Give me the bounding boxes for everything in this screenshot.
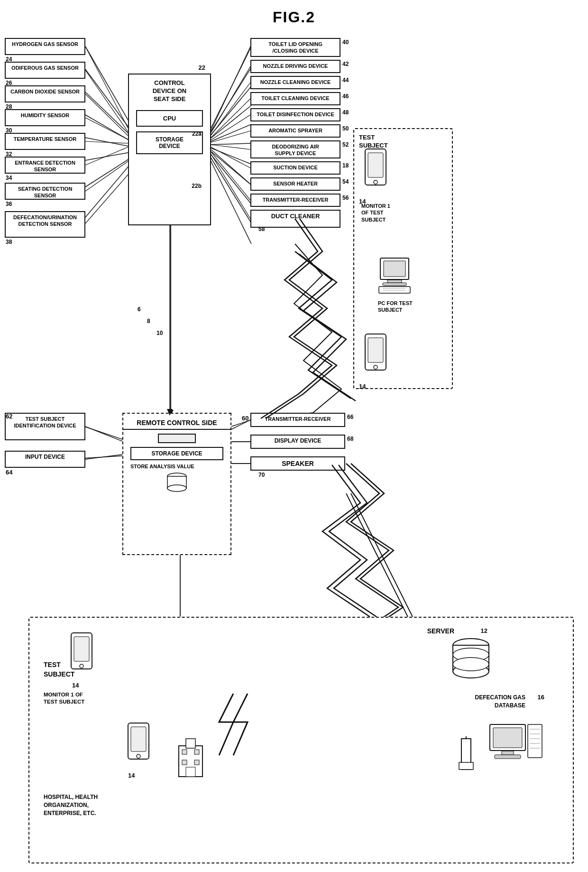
store-analysis-label: STORE ANALYSIS VALUE [130, 463, 223, 470]
label-42: 42 [342, 61, 349, 67]
label-50: 50 [342, 125, 349, 132]
label-38: 38 [6, 239, 12, 245]
svg-rect-37 [379, 287, 410, 293]
svg-rect-50 [131, 727, 146, 751]
svg-line-2 [85, 92, 133, 138]
device-toilet-cleaning: TOILET CLEANING DEVICE [250, 92, 340, 105]
svg-line-90 [211, 131, 250, 142]
svg-rect-47 [74, 637, 89, 661]
monitor-bottom-label: MONITOR 1 OFTEST SUBJECT [44, 691, 84, 705]
phone-icon-bottom-1 [67, 632, 96, 679]
control-device-label: CONTROLDEVICE ONSEAT SIDE [129, 74, 210, 106]
label-34: 34 [6, 175, 12, 181]
sensor-odiferous: ODIFEROUS GAS SENSOR [5, 62, 85, 79]
label-8: 8 [147, 318, 150, 325]
phone-icon-upper-1 [361, 148, 390, 195]
label-14-bottom-1: 14 [72, 682, 79, 689]
label-62: 62 [6, 413, 12, 420]
svg-line-4 [85, 138, 133, 147]
label-14-bottom-2: 14 [128, 772, 135, 779]
sensor-co2: CARBON DIOXIDE SENSOR [5, 85, 85, 102]
label-64: 64 [6, 469, 12, 476]
device-deodorizing: DEODORIZING AIRSUPPLY DEVICE [250, 140, 340, 158]
svg-line-79 [85, 94, 128, 136]
label-18: 18 [342, 162, 349, 169]
pc-icon-bottom [487, 722, 544, 770]
device-toilet-lid: TOILET LID OPENING/CLOSING DEVICE [250, 38, 340, 57]
device-display: DISPLAY DEVICE [250, 435, 345, 449]
svg-rect-35 [387, 280, 402, 283]
svg-line-87 [211, 83, 250, 135]
svg-line-81 [85, 141, 128, 143]
label-60: 60 [242, 415, 248, 422]
svg-line-7 [85, 161, 133, 217]
svg-rect-34 [384, 261, 405, 277]
svg-rect-67 [495, 755, 521, 759]
hospital-building-icon [176, 736, 214, 779]
svg-line-23 [83, 426, 128, 441]
svg-line-80 [85, 118, 128, 139]
label-70: 70 [258, 472, 265, 478]
svg-line-8 [209, 46, 251, 133]
label-16: 16 [538, 694, 544, 701]
label-52: 52 [342, 141, 349, 148]
device-input: INPUT DEVICE [5, 451, 85, 468]
svg-rect-41 [368, 338, 383, 362]
device-nozzle-cleaning: NOZZLE CLEANING DEVICE [250, 76, 340, 89]
svg-line-83 [85, 161, 128, 191]
device-suction: SUCTION DEVICE [250, 161, 340, 175]
device-transmitter-receiver-remote: TRANSMITTER-RECEIVER [250, 413, 345, 427]
remote-control-label: REMOTE CONTROL SIDE [123, 414, 230, 430]
cpu-box: CPU [136, 110, 203, 127]
sensor-humidity: HUMIDITY SENSOR [5, 109, 85, 126]
svg-line-11 [209, 105, 251, 140]
svg-line-91 [211, 145, 250, 149]
label-6: 6 [138, 306, 141, 313]
defecation-db-label: DEFECATION GASDATABASE [475, 694, 525, 710]
svg-line-94 [211, 152, 250, 200]
svg-line-88 [211, 99, 250, 138]
svg-line-3 [85, 115, 133, 142]
label-54: 54 [342, 178, 349, 185]
label-58: 58 [258, 226, 265, 232]
device-speaker: SPEAKER [250, 456, 345, 471]
sensor-defecation: DEFECATION/URINATION DETECTION SENSOR [5, 211, 85, 238]
label-22: 22 [199, 64, 205, 71]
svg-line-85 [211, 46, 250, 130]
storage-cylinder-icon [165, 472, 189, 493]
svg-line-98 [85, 427, 122, 441]
svg-rect-31 [368, 153, 383, 177]
svg-rect-56 [182, 760, 187, 765]
label-36: 36 [6, 201, 12, 207]
remote-display [158, 434, 196, 443]
label-12: 12 [481, 627, 487, 634]
sensor-hydrogen: HYDROGEN GAS SENSOR [5, 38, 85, 55]
svg-line-0 [85, 46, 133, 128]
svg-line-12 [209, 124, 251, 142]
remote-storage-box: STORAGE DEVICE [130, 447, 223, 460]
device-test-subject-id: TEST SUBJECT IDENTIFICATION DEVICE [5, 413, 85, 440]
sensor-temperature: TEMPERATURE SENSOR [5, 133, 85, 150]
svg-rect-57 [194, 760, 199, 765]
tower-icon [454, 736, 478, 774]
server-label: SERVER [427, 627, 454, 635]
label-48: 48 [342, 109, 349, 116]
label-40: 40 [342, 39, 349, 46]
svg-line-10 [209, 86, 251, 138]
svg-line-82 [85, 147, 128, 165]
hospital-label: HOSPITAL, HEALTHORGANIZATION,ENTERPRISE,… [44, 793, 98, 817]
svg-line-9 [209, 67, 251, 135]
label-14-upper-2: 14 [359, 383, 366, 390]
label-10: 10 [156, 330, 163, 336]
svg-line-1 [85, 69, 133, 133]
label-44: 44 [342, 77, 349, 83]
svg-line-93 [211, 149, 250, 184]
svg-line-89 [211, 115, 250, 140]
svg-point-63 [453, 658, 489, 671]
label-22b: 22b [192, 183, 202, 189]
svg-rect-53 [186, 739, 195, 748]
pc-for-test-subject-label: PC FOR TESTSUBJECT [378, 300, 413, 314]
svg-rect-36 [383, 283, 406, 286]
svg-line-16 [209, 152, 251, 204]
monitor-label-upper: MONITOR 1OF TESTSUBJECT [361, 203, 390, 223]
